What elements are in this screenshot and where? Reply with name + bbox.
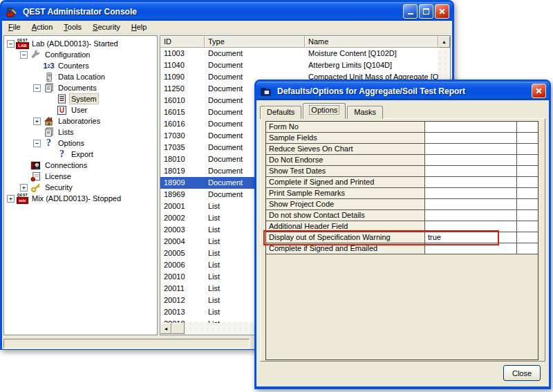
expand-toggle[interactable]: + xyxy=(7,195,15,203)
list-row-11040[interactable]: 11040DocumentAtterberg Limits [Q104D] xyxy=(160,59,438,71)
expand-toggle[interactable]: − xyxy=(7,40,15,48)
menu-tools[interactable]: Tools xyxy=(58,21,87,33)
option-value[interactable] xyxy=(425,199,517,209)
main-titlebar[interactable]: QEST Administrator Console xyxy=(2,2,452,21)
tree-item-options[interactable]: −?Options xyxy=(4,138,157,149)
key-icon xyxy=(30,182,41,193)
option-extra-cell xyxy=(517,188,538,198)
question-icon: ? xyxy=(43,138,55,149)
option-value[interactable] xyxy=(425,133,517,143)
tree-item-lists[interactable]: Lists xyxy=(4,127,157,138)
document-icon xyxy=(56,93,68,104)
column-header-name[interactable]: Name xyxy=(305,36,438,48)
option-value[interactable] xyxy=(425,122,517,132)
tree-item-system[interactable]: System xyxy=(4,93,157,104)
option-extra-cell xyxy=(517,166,538,176)
dialog-titlebar[interactable]: Defaults/Options for Aggregate/Soil Test… xyxy=(256,82,549,100)
documents-stack-icon xyxy=(43,82,55,93)
list-row-11003[interactable]: 11003DocumentMoisture Content [Q102D] xyxy=(160,48,438,59)
menu-security[interactable]: Security xyxy=(87,21,126,33)
expand-toggle[interactable]: − xyxy=(33,84,41,92)
dialog-title: Defaults/Options for Aggregate/Soil Test… xyxy=(277,86,530,96)
option-value[interactable] xyxy=(425,210,517,221)
tree-item-license[interactable]: License xyxy=(4,171,157,182)
list-header: IDTypeName xyxy=(160,36,438,48)
option-value[interactable] xyxy=(425,166,517,176)
maximize-icon xyxy=(423,8,429,15)
close-icon xyxy=(438,8,446,15)
tab-defaults[interactable]: Defaults xyxy=(260,106,301,119)
menu-action[interactable]: Action xyxy=(26,21,59,33)
option-extra-cell xyxy=(517,232,538,243)
minimize-icon xyxy=(408,8,413,15)
tree-item-data-location[interactable]: Data Location xyxy=(4,71,157,82)
documents-stack-icon xyxy=(43,127,55,138)
close-window-button[interactable] xyxy=(435,4,449,19)
tree-item-mix-adld0013-stopped[interactable]: +QESTmixMix (ADLD0013)- Stopped xyxy=(4,193,157,204)
expand-toggle[interactable]: + xyxy=(33,118,41,125)
scroll-up-button[interactable]: ▲ xyxy=(438,36,450,48)
dialog-close-x-button[interactable] xyxy=(532,84,546,98)
option-label: Print Sample Remarks xyxy=(266,188,425,198)
tree-item-documents[interactable]: −Documents xyxy=(4,82,157,93)
option-label: Sample Fields xyxy=(266,133,425,143)
grid-row-complete-if-signed-and-printed: Complete if Signed and Printed xyxy=(266,177,538,188)
expand-toggle[interactable]: − xyxy=(20,51,28,59)
wrench-icon xyxy=(30,49,41,60)
close-button[interactable]: Close xyxy=(503,365,541,381)
option-value[interactable] xyxy=(425,144,517,154)
maximize-button[interactable] xyxy=(419,4,433,19)
close-icon xyxy=(535,87,543,95)
tree-item-counters[interactable]: 123Counters xyxy=(4,60,157,71)
expand-toggle[interactable]: + xyxy=(20,184,28,192)
option-label: Complete if Signed and Printed xyxy=(266,177,425,187)
red-annotation-box xyxy=(263,230,499,245)
option-extra-cell xyxy=(517,144,538,154)
status-bar xyxy=(3,339,250,348)
options-grid: Form NoSample FieldsReduce Sieves On Cha… xyxy=(265,121,538,360)
tree-item-configuration[interactable]: −Configuration xyxy=(4,49,157,60)
option-label: Show Project Code xyxy=(266,199,425,209)
options-tab-page: Form NoSample FieldsReduce Sieves On Cha… xyxy=(260,118,545,362)
option-label: Do Not Endorse xyxy=(266,155,425,165)
tree-item-laboratories[interactable]: +Laboratories xyxy=(4,115,157,127)
triangle-up-icon: ▲ xyxy=(442,39,447,44)
option-extra-cell xyxy=(517,199,538,209)
option-extra-cell xyxy=(517,221,538,232)
column-header-id[interactable]: ID xyxy=(160,36,205,48)
tree-item-lab-adld0013-started[interactable]: −QESTLABLab (ADLD0013)- Started xyxy=(4,38,157,49)
tab-masks[interactable]: Masks xyxy=(347,106,383,119)
option-label: Reduce Sieves On Chart xyxy=(266,144,425,154)
tree-item-export[interactable]: ?Export xyxy=(4,149,157,160)
menu-help[interactable]: Help xyxy=(126,21,153,33)
house-icon xyxy=(43,115,55,127)
option-value[interactable] xyxy=(425,188,517,198)
tab-options[interactable]: Options xyxy=(303,103,346,119)
option-label: Do not show Contact Details xyxy=(266,210,425,221)
tree-item-user[interactable]: UUser xyxy=(4,104,157,115)
tree-item-connections[interactable]: Connections xyxy=(4,160,157,171)
grid-row-do-not-show-contact-details: Do not show Contact Details xyxy=(266,210,538,221)
triangle-left-icon: ◄ xyxy=(164,326,169,331)
menu-file[interactable]: File xyxy=(3,21,26,33)
minimize-button[interactable] xyxy=(403,4,418,19)
option-extra-cell xyxy=(517,243,538,254)
qest-mix-icon: QESTmix xyxy=(17,193,28,204)
option-value[interactable] xyxy=(425,177,517,187)
column-header-type[interactable]: Type xyxy=(205,36,305,48)
grid-row-reduce-sieves-on-chart: Reduce Sieves On Chart xyxy=(266,144,538,155)
expand-toggle[interactable]: − xyxy=(33,140,41,147)
tree-item-security[interactable]: +Security xyxy=(4,182,157,193)
license-icon xyxy=(30,171,41,182)
tree: −QESTLABLab (ADLD0013)- Started−Configur… xyxy=(3,35,158,335)
option-extra-cell xyxy=(517,210,538,221)
grid-row-show-project-code: Show Project Code xyxy=(266,199,538,210)
option-label: Show Test Dates xyxy=(266,166,425,176)
options-dialog: Defaults/Options for Aggregate/Soil Test… xyxy=(254,80,551,389)
server-icon xyxy=(43,71,55,82)
scroll-left-button[interactable]: ◄ xyxy=(160,323,171,334)
horizontal-scroll-thumb[interactable] xyxy=(171,323,185,334)
grid-row-print-sample-remarks: Print Sample Remarks xyxy=(266,188,538,199)
option-value[interactable] xyxy=(425,155,517,165)
option-extra-cell xyxy=(517,133,538,143)
